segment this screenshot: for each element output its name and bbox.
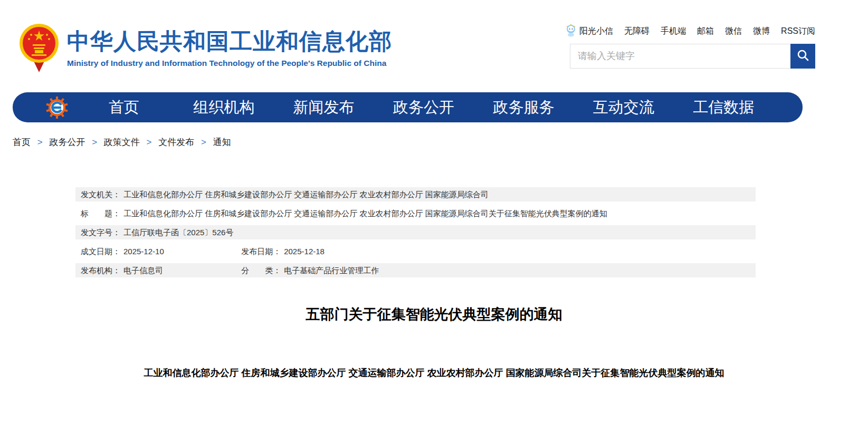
site-header: 中华人民共和国工业和信息化部 Ministry of Industry and … <box>0 0 868 90</box>
quick-link-label: 微信 <box>725 26 742 37</box>
meta-label: 发文机关： <box>81 190 120 199</box>
breadcrumb-separator: > <box>92 137 97 147</box>
quick-link-mail[interactable]: 邮箱 <box>697 26 714 37</box>
breadcrumb-home[interactable]: 首页 <box>13 137 31 147</box>
quick-link-weibo[interactable]: 微博 <box>753 26 770 37</box>
main-nav: 首页 组织机构 新闻发布 政务公开 政务服务 互动交流 工信数据 <box>13 92 803 122</box>
table-row-title: 标 题：工业和信息化部办公厅 住房和城乡建设部办公厅 交通运输部办公厅 农业农村… <box>75 206 756 220</box>
table-row-dates: 成文日期：2025-12-10 发布日期：2025-12-18 <box>75 244 756 258</box>
meta-label: 发布日期： <box>241 247 281 256</box>
breadcrumb-doc-release[interactable]: 文件发布 <box>158 137 194 147</box>
quick-link-label: 邮箱 <box>697 26 714 37</box>
quick-link-wechat[interactable]: 微信 <box>725 26 742 37</box>
page: 中华人民共和国工业和信息化部 Ministry of Industry and … <box>0 0 868 423</box>
article-body-heading: 工业和信息化部办公厅 住房和城乡建设部办公厅 交通运输部办公厅 农业农村部办公厅… <box>0 367 868 379</box>
national-emblem-icon <box>18 22 60 75</box>
quick-link-label: 无障碍 <box>624 26 650 37</box>
quick-link-mobile[interactable]: 手机端 <box>661 26 686 37</box>
meta-label: 发布机构： <box>81 266 120 275</box>
quick-link-label: 手机端 <box>661 26 686 37</box>
nav-item-gov-services[interactable]: 政务服务 <box>493 99 554 116</box>
nav-item-organization[interactable]: 组织机构 <box>193 99 254 116</box>
search-bar <box>570 44 815 69</box>
breadcrumb: 首页 > 政务公开 > 政策文件 > 文件发布 > 通知 <box>13 136 231 148</box>
meta-label: 发文字号： <box>81 228 120 237</box>
site-title: 中华人民共和国工业和信息化部 <box>67 29 392 54</box>
meta-value: 工信厅联电子函〔2025〕526号 <box>123 228 233 237</box>
nav-item-miit-data[interactable]: 工信数据 <box>693 99 754 116</box>
meta-value: 电子信息司 <box>123 266 163 275</box>
site-title-block: 中华人民共和国工业和信息化部 Ministry of Industry and … <box>67 29 392 68</box>
site-subtitle: Ministry of Industry and Information Tec… <box>67 59 392 68</box>
meta-label: 成文日期： <box>81 247 120 256</box>
table-row-issuing-agency: 发文机关：工业和信息化部办公厅 住房和城乡建设部办公厅 交通运输部办公厅 农业农… <box>75 187 756 201</box>
meta-value: 工业和信息化部办公厅 住房和城乡建设部办公厅 交通运输部办公厅 农业农村部办公厅… <box>123 190 489 199</box>
search-input[interactable] <box>570 44 790 68</box>
document-meta-table: 发文机关：工业和信息化部办公厅 住房和城乡建设部办公厅 交通运输部办公厅 农业农… <box>75 187 756 282</box>
nav-item-gov-open[interactable]: 政务公开 <box>393 99 454 116</box>
nav-item-news[interactable]: 新闻发布 <box>293 99 355 116</box>
meta-value: 电子基础产品行业管理工作 <box>284 266 379 275</box>
table-row-doc-number: 发文字号：工信厅联电子函〔2025〕526号 <box>75 225 756 239</box>
search-icon <box>796 49 810 64</box>
quick-links: 阳光小信 无障碍 手机端 邮箱 微信 微博 RSS订阅 <box>565 23 815 39</box>
quick-link-accessibility[interactable]: 无障碍 <box>624 26 650 37</box>
quick-link-label: 微博 <box>753 26 770 37</box>
search-button[interactable] <box>790 44 815 69</box>
nav-item-interaction[interactable]: 互动交流 <box>593 99 654 116</box>
page-title: 五部门关于征集智能光伏典型案例的通知 <box>0 305 868 324</box>
meta-label: 分 类： <box>241 266 281 275</box>
site-logo[interactable]: 中华人民共和国工业和信息化部 Ministry of Industry and … <box>18 22 392 75</box>
quick-link-sunshine-xiaoxin[interactable]: 阳光小信 <box>565 23 613 39</box>
quick-link-rss[interactable]: RSS订阅 <box>781 26 815 37</box>
breadcrumb-separator: > <box>37 137 43 147</box>
meta-value: 2025-12-10 <box>123 247 164 256</box>
quick-link-label: RSS订阅 <box>781 26 815 37</box>
miit-gear-logo-icon <box>45 96 69 119</box>
breadcrumb-gov-open[interactable]: 政务公开 <box>49 137 85 147</box>
meta-value: 2025-12-18 <box>284 247 325 256</box>
quick-link-label: 阳光小信 <box>579 26 613 37</box>
breadcrumb-separator: > <box>147 137 152 147</box>
breadcrumb-notice[interactable]: 通知 <box>213 137 231 147</box>
breadcrumb-policy-docs[interactable]: 政策文件 <box>104 137 140 147</box>
meta-value: 工业和信息化部办公厅 住房和城乡建设部办公厅 交通运输部办公厅 农业农村部办公厅… <box>123 209 607 218</box>
breadcrumb-separator: > <box>201 137 206 147</box>
mascot-icon <box>565 23 577 39</box>
nav-item-home[interactable]: 首页 <box>109 99 139 116</box>
table-row-publisher-category: 发布机构：电子信息司 分 类：电子基础产品行业管理工作 <box>75 263 756 277</box>
nav-items: 首页 组织机构 新闻发布 政务公开 政务服务 互动交流 工信数据 <box>74 97 774 118</box>
meta-label: 标 题： <box>81 209 120 218</box>
